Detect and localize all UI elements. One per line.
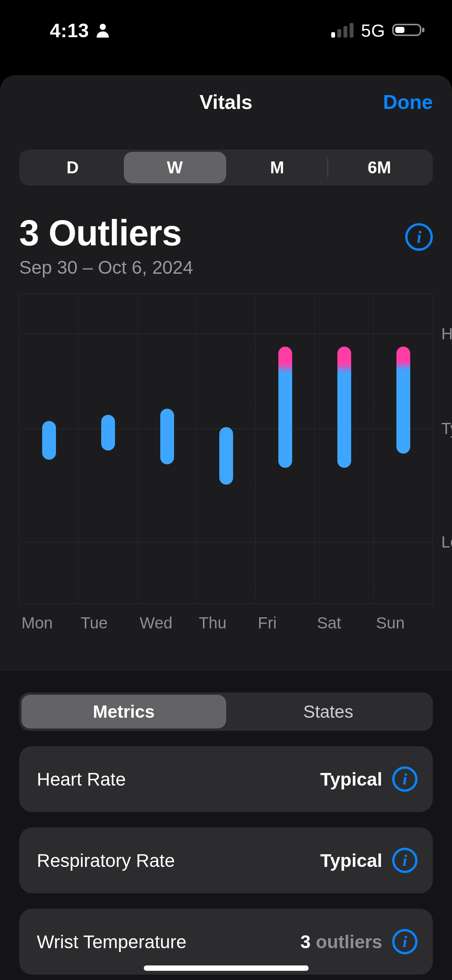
detail-option-metrics[interactable]: Metrics (21, 695, 226, 728)
svg-rect-7 (422, 28, 424, 32)
info-button[interactable]: i (405, 223, 433, 251)
y-axis-labels: HighTypicalLow (433, 294, 452, 603)
chart-day-column (197, 294, 256, 603)
y-axis-label: High (441, 325, 452, 343)
page-title: Vitals (200, 90, 253, 113)
svg-rect-1 (331, 32, 335, 38)
outlier-count-title: 3 Outliers (19, 212, 193, 254)
chart-bar (337, 347, 351, 468)
chart-bar (101, 415, 115, 451)
chart-day-column (138, 294, 197, 603)
vitals-sheet: Vitals Done DWM6M 3 Outliers Sep 30 – Oc… (0, 75, 452, 980)
home-indicator (144, 965, 309, 971)
x-axis-label: Wed (137, 614, 196, 632)
range-option-6m[interactable]: 6M (328, 152, 431, 183)
metric-value: 3 outliers (301, 931, 382, 952)
x-axis-label: Sun (374, 614, 433, 632)
y-axis-label: Typical (441, 419, 452, 438)
detail-segmented-control[interactable]: MetricsStates (19, 692, 433, 731)
y-axis-label: Low (441, 533, 452, 551)
chart-bar (42, 421, 56, 460)
x-axis-labels: MonTueWedThuFriSatSun (19, 614, 433, 632)
status-right: 5G (331, 20, 425, 41)
svg-rect-4 (350, 23, 353, 38)
info-icon[interactable]: i (392, 766, 417, 792)
info-icon[interactable]: i (392, 929, 417, 954)
metric-value: Typical (320, 850, 382, 871)
metric-row[interactable]: Respiratory RateTypicali (19, 827, 433, 893)
chart-day-column (79, 294, 138, 603)
status-left: 4:13 (50, 20, 110, 42)
info-icon[interactable]: i (392, 848, 417, 873)
chart-day-column (20, 294, 79, 603)
x-axis-label: Tue (78, 614, 137, 632)
x-axis-label: Mon (19, 614, 78, 632)
navbar: Vitals Done (0, 75, 452, 129)
chart-day-column (374, 294, 433, 603)
x-axis-label: Thu (196, 614, 255, 632)
chart-day-column (256, 294, 315, 603)
vitals-chart[interactable]: HighTypicalLow MonTueWedThuFriSatSun (19, 293, 433, 632)
status-bar: 4:13 5G (0, 0, 452, 61)
chart-bar (396, 347, 410, 454)
status-time: 4:13 (50, 20, 89, 42)
battery-icon (392, 22, 425, 39)
profile-icon (95, 22, 110, 39)
date-range: Sep 30 – Oct 6, 2024 (19, 257, 193, 278)
metric-name: Respiratory Rate (37, 850, 320, 871)
metric-list: Heart RateTypicaliRespiratory RateTypica… (0, 746, 452, 980)
metric-value: Typical (320, 769, 382, 790)
x-axis-label: Sat (315, 614, 374, 632)
details-section: MetricsStates Heart RateTypicaliRespirat… (0, 671, 452, 980)
chart-bar (160, 409, 174, 465)
metric-name: Heart Rate (37, 769, 320, 790)
range-option-d[interactable]: D (21, 152, 124, 183)
detail-option-states[interactable]: States (226, 695, 431, 728)
svg-point-0 (100, 24, 106, 30)
metric-name: Wrist Temperature (37, 931, 301, 952)
range-segmented-control[interactable]: DWM6M (19, 150, 433, 186)
headline-block: 3 Outliers Sep 30 – Oct 6, 2024 i (0, 186, 452, 278)
chart-day-column (315, 294, 374, 603)
done-button[interactable]: Done (383, 90, 433, 113)
network-type: 5G (361, 20, 385, 41)
range-option-w[interactable]: W (124, 152, 226, 183)
chart-bar (219, 427, 233, 485)
range-option-m[interactable]: M (226, 152, 329, 183)
metric-row[interactable]: Wrist Temperature3 outliersi (19, 909, 433, 975)
svg-rect-6 (395, 27, 404, 33)
svg-rect-3 (344, 26, 347, 38)
cellular-signal-icon (331, 22, 354, 39)
svg-rect-2 (337, 29, 341, 38)
chart-bar (278, 347, 292, 468)
x-axis-label: Fri (256, 614, 315, 632)
metric-row[interactable]: Heart RateTypicali (19, 746, 433, 812)
